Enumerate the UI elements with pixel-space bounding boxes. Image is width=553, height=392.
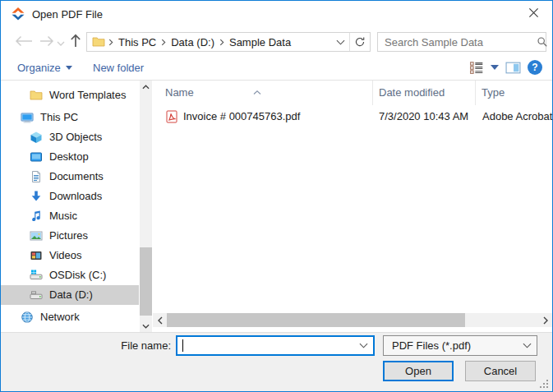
breadcrumb-sample-data[interactable]: Sample Data bbox=[228, 36, 293, 48]
column-header-label: Name bbox=[165, 86, 194, 99]
computer-icon bbox=[21, 111, 34, 124]
view-mode-chevron[interactable] bbox=[491, 65, 499, 70]
file-name-combobox bbox=[176, 335, 375, 356]
sidebar-item-label: Desktop bbox=[49, 147, 89, 167]
recent-locations-button[interactable] bbox=[55, 32, 67, 52]
file-name-cell: Invoice # 000745763.pdf bbox=[153, 108, 373, 126]
sidebar-scrollbar[interactable] bbox=[140, 81, 152, 332]
sidebar-item-label: Network bbox=[40, 307, 80, 327]
organize-button[interactable]: Organize bbox=[17, 55, 72, 80]
sidebar-item-label: Documents bbox=[49, 167, 104, 187]
chevron-down-icon bbox=[57, 36, 65, 48]
sidebar-item-this-pc[interactable]: This PC bbox=[1, 108, 139, 127]
open-button[interactable]: Open bbox=[383, 361, 454, 381]
address-bar[interactable]: This PC Data (D:) Sample Data bbox=[86, 32, 371, 52]
file-list: Name Date modified Type Invoice # 000745… bbox=[153, 81, 552, 332]
file-name-label: File name: bbox=[83, 335, 171, 356]
column-header-label: Date modified bbox=[379, 86, 445, 99]
help-button[interactable]: ? bbox=[528, 60, 542, 75]
scroll-left-button[interactable] bbox=[153, 313, 167, 327]
title-bar: Open PDF File bbox=[1, 1, 552, 28]
sidebar-item-3d-objects[interactable]: 3D Objects bbox=[1, 127, 139, 147]
details-view-icon bbox=[469, 60, 484, 75]
main-area: Word Templates This PC 3D Objects Deskto… bbox=[1, 81, 552, 332]
navigation-bar: This PC Data (D:) Sample Data bbox=[1, 28, 552, 55]
file-type-value: PDF Files (*.pdf) bbox=[384, 339, 517, 352]
chevron-down-icon bbox=[142, 324, 150, 329]
file-name-text: Invoice # 000745763.pdf bbox=[183, 108, 300, 126]
resize-grip[interactable] bbox=[540, 379, 549, 391]
breadcrumb-chevron-icon bbox=[161, 39, 166, 46]
sidebar-item-documents[interactable]: Documents bbox=[1, 167, 139, 187]
organize-label: Organize bbox=[17, 62, 61, 74]
scroll-right-button[interactable] bbox=[538, 313, 552, 327]
new-folder-label: New folder bbox=[93, 62, 144, 74]
breadcrumb-chevron-icon bbox=[219, 39, 224, 46]
sidebar-item-data-d[interactable]: Data (D:) bbox=[1, 285, 139, 305]
preview-pane-button[interactable] bbox=[505, 61, 521, 75]
address-dropdown-button[interactable] bbox=[331, 33, 349, 51]
sidebar-item-network[interactable]: Network bbox=[1, 307, 139, 327]
picture-icon bbox=[30, 229, 43, 242]
scroll-up-button[interactable] bbox=[140, 81, 152, 93]
network-globe-icon bbox=[21, 311, 34, 324]
chevron-left-icon bbox=[158, 316, 163, 325]
sidebar-item-music[interactable]: Music bbox=[1, 206, 139, 226]
sidebar-item-desktop[interactable]: Desktop bbox=[1, 147, 139, 167]
sidebar-item-label: Pictures bbox=[49, 226, 88, 246]
search-box bbox=[377, 32, 546, 52]
toolbar-right-group: ? bbox=[469, 55, 542, 80]
chevron-up-icon bbox=[142, 85, 150, 90]
desktop-icon bbox=[30, 150, 43, 164]
film-icon bbox=[30, 249, 43, 262]
sidebar-item-pictures[interactable]: Pictures bbox=[1, 226, 139, 246]
forward-button[interactable] bbox=[37, 32, 57, 52]
up-button[interactable] bbox=[67, 32, 85, 52]
file-name-dropdown-button[interactable] bbox=[353, 337, 373, 354]
column-header-name[interactable]: Name bbox=[153, 81, 373, 105]
back-button[interactable] bbox=[12, 32, 35, 52]
navigation-pane: Word Templates This PC 3D Objects Deskto… bbox=[1, 81, 139, 332]
sidebar-item-label: OSDisk (C:) bbox=[49, 265, 106, 285]
help-label: ? bbox=[532, 62, 537, 73]
scroll-down-button[interactable] bbox=[140, 320, 152, 332]
file-name-input[interactable] bbox=[177, 338, 353, 353]
column-header-date-modified[interactable]: Date modified bbox=[373, 81, 476, 105]
search-input[interactable] bbox=[378, 34, 532, 50]
sidebar-item-label: Downloads bbox=[49, 187, 102, 206]
app-logo-icon bbox=[11, 7, 25, 21]
sidebar-scrollbar-thumb[interactable] bbox=[140, 247, 152, 316]
sidebar-item-label: Music bbox=[49, 206, 77, 226]
file-type-dropdown[interactable]: PDF Files (*.pdf) bbox=[383, 335, 537, 356]
horizontal-scrollbar-thumb[interactable] bbox=[167, 313, 465, 327]
pdf-file-icon bbox=[165, 110, 178, 123]
column-header-type[interactable]: Type bbox=[476, 81, 552, 105]
sidebar-item-label: 3D Objects bbox=[49, 127, 102, 147]
horizontal-scrollbar[interactable] bbox=[153, 313, 552, 327]
file-row[interactable]: Invoice # 000745763.pdf 7/3/2020 10:43 A… bbox=[153, 108, 552, 126]
view-mode-button[interactable] bbox=[469, 60, 484, 75]
breadcrumb-data-d[interactable]: Data (D:) bbox=[169, 36, 216, 48]
breadcrumb-this-pc[interactable]: This PC bbox=[117, 36, 158, 48]
chevron-right-icon bbox=[543, 316, 548, 325]
refresh-button[interactable] bbox=[350, 33, 370, 51]
column-header-row: Name Date modified Type bbox=[153, 81, 552, 105]
sidebar-item-word-templates[interactable]: Word Templates bbox=[1, 85, 139, 105]
sidebar-item-osdisk-c[interactable]: OSDisk (C:) bbox=[1, 265, 139, 285]
new-folder-button[interactable]: New folder bbox=[93, 55, 144, 80]
sidebar-item-downloads[interactable]: Downloads bbox=[1, 187, 139, 206]
open-button-label: Open bbox=[405, 365, 431, 377]
chevron-down-icon bbox=[491, 65, 499, 70]
close-button[interactable] bbox=[515, 1, 552, 27]
sidebar-item-videos[interactable]: Videos bbox=[1, 246, 139, 265]
cancel-button[interactable]: Cancel bbox=[465, 361, 536, 381]
file-date-cell: 7/3/2020 10:43 AM bbox=[373, 108, 477, 126]
preview-pane-icon bbox=[505, 61, 521, 75]
sidebar-item-label: Data (D:) bbox=[49, 285, 93, 305]
music-note-icon bbox=[30, 210, 43, 223]
column-header-label: Type bbox=[482, 86, 505, 99]
download-arrow-icon bbox=[30, 190, 43, 203]
sidebar-item-label: Videos bbox=[49, 246, 82, 265]
back-arrow-icon bbox=[15, 35, 33, 49]
chevron-down-icon bbox=[66, 66, 72, 70]
